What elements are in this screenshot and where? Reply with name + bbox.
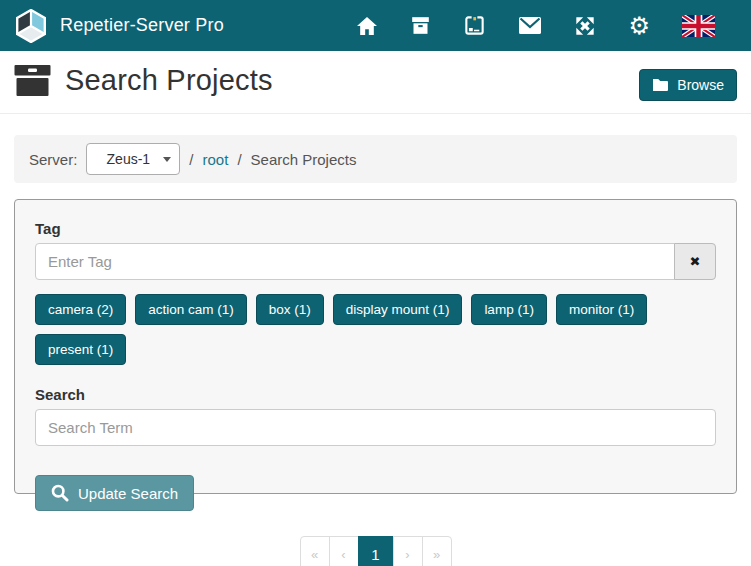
folder-icon [652, 78, 669, 92]
pagination-previous[interactable]: ‹ [329, 536, 359, 566]
browse-button-label: Browse [677, 77, 724, 93]
top-navbar: Repetier-Server Pro [0, 0, 751, 51]
tag-input[interactable] [35, 243, 675, 280]
pagination-page-1[interactable]: 1 [358, 536, 394, 566]
home-icon[interactable] [356, 16, 378, 36]
navbar-menu: ⚙ [356, 14, 737, 38]
tag-label: Tag [35, 220, 716, 237]
pagination: « ‹ 1 › » [300, 536, 452, 566]
server-select[interactable]: Zeus-1 [86, 143, 180, 175]
tag-list: camera (2) action cam (1) box (1) displa… [35, 294, 716, 365]
tag-button-present[interactable]: present (1) [35, 334, 126, 365]
breadcrumb-root-link[interactable]: root [203, 151, 229, 168]
search-panel: Tag ✖ camera (2) action cam (1) box (1) … [14, 199, 737, 494]
tag-button-action-cam[interactable]: action cam (1) [135, 294, 247, 325]
tag-button-camera[interactable]: camera (2) [35, 294, 126, 325]
server-select-wrap: Zeus-1 [86, 143, 180, 175]
tag-button-monitor[interactable]: monitor (1) [556, 294, 647, 325]
update-search-button[interactable]: Update Search [35, 475, 194, 511]
messages-icon[interactable] [518, 16, 542, 35]
server-label: Server: [29, 151, 77, 168]
close-icon: ✖ [690, 254, 701, 269]
pagination-first[interactable]: « [300, 536, 330, 566]
projects-icon[interactable] [410, 15, 431, 36]
search-label: Search [35, 386, 716, 403]
tag-button-display-mount[interactable]: display mount (1) [333, 294, 463, 325]
clear-tag-button[interactable]: ✖ [674, 243, 716, 280]
brand[interactable]: Repetier-Server Pro [14, 9, 224, 43]
search-icon [51, 484, 69, 502]
title-wrap: Search Projects [14, 64, 273, 97]
repetier-logo-icon [14, 9, 48, 43]
tag-button-lamp[interactable]: lamp (1) [471, 294, 547, 325]
browse-button[interactable]: Browse [639, 69, 737, 101]
page-title: Search Projects [65, 64, 273, 97]
breadcrumb: Server: Zeus-1 / root / Search Projects [14, 135, 737, 183]
settings-icon[interactable]: ⚙ [628, 14, 650, 38]
page-header: Search Projects Browse [0, 51, 751, 114]
tag-input-group: ✖ [35, 243, 716, 280]
brand-title: Repetier-Server Pro [60, 15, 224, 36]
pagination-wrap: « ‹ 1 › » [0, 536, 751, 566]
search-term-input[interactable] [35, 409, 716, 446]
language-flag-uk-icon[interactable] [682, 15, 715, 37]
update-search-label: Update Search [78, 485, 178, 502]
expand-icon[interactable] [574, 15, 596, 37]
breadcrumb-current: Search Projects [251, 151, 357, 168]
breadcrumb-separator: / [189, 151, 193, 168]
archive-box-icon [14, 65, 51, 96]
breadcrumb-separator: / [237, 151, 241, 168]
pagination-last[interactable]: » [422, 536, 452, 566]
printer-icon[interactable] [463, 14, 486, 37]
pagination-next[interactable]: › [393, 536, 423, 566]
gear-glyph: ⚙ [628, 14, 650, 38]
tag-button-box[interactable]: box (1) [256, 294, 324, 325]
